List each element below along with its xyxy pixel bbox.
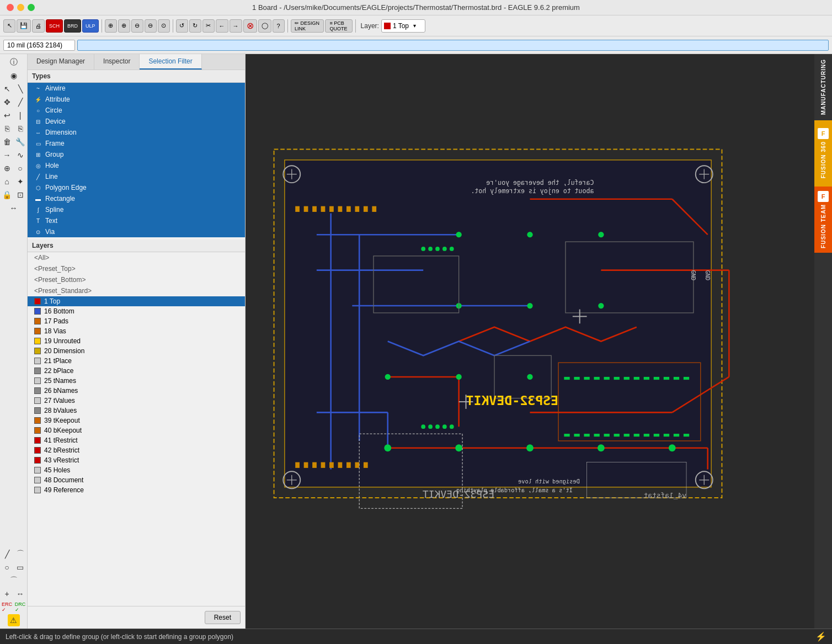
type-item-via[interactable]: ⊙Via	[28, 226, 245, 237]
wave-btn[interactable]: ∿	[14, 149, 26, 161]
star-btn[interactable]: ✦	[14, 175, 26, 188]
curve-btn[interactable]: ⌒	[14, 548, 26, 560]
fwd-btn[interactable]: →	[230, 19, 242, 33]
preset-item[interactable]: <Preset_Bottom>	[28, 274, 245, 285]
zoom-in2-btn[interactable]: ⊕	[118, 19, 130, 33]
drill-btn[interactable]: ○	[14, 162, 26, 174]
circle-btn[interactable]: ○	[1, 561, 13, 573]
poly-btn[interactable]: ⌂	[1, 175, 13, 188]
layer-item[interactable]: 40 bKeepout	[28, 425, 245, 435]
layers-btn[interactable]: ◉	[8, 70, 20, 82]
type-item-attribute[interactable]: ⚡Attribute	[28, 94, 245, 105]
brd-btn[interactable]: BRD	[64, 19, 81, 33]
print-btn[interactable]: 🖨	[32, 19, 45, 33]
layer-item[interactable]: 49 Reference	[28, 485, 245, 495]
layer-item[interactable]: 19 Unrouted	[28, 336, 245, 346]
select-tool-btn[interactable]: ↖	[3, 19, 15, 33]
arrow-btn[interactable]: →	[1, 149, 13, 161]
undo-left-btn[interactable]: ↩	[1, 109, 13, 121]
layer-item[interactable]: 16 Bottom	[28, 306, 245, 316]
lock2-btn[interactable]: ⊡	[14, 189, 26, 201]
preset-item[interactable]: <All>	[28, 252, 245, 263]
tab-selection-filter[interactable]: Selection Filter	[140, 54, 201, 70]
redo-btn[interactable]: ↻	[189, 19, 201, 33]
info-btn[interactable]: ⓘ	[8, 56, 20, 68]
layer-item[interactable]: 26 bNames	[28, 386, 245, 396]
copy-btn[interactable]: ⎘	[1, 123, 13, 135]
type-item-rectangle[interactable]: ▬Rectangle	[28, 193, 245, 204]
layer-item[interactable]: 21 tPlace	[28, 356, 245, 366]
type-item-circle[interactable]: ○Circle	[28, 105, 245, 116]
selector-btn[interactable]: ╲	[14, 83, 26, 95]
sch-btn[interactable]: SCH	[46, 19, 63, 33]
lock-btn[interactable]: 🔒	[1, 189, 13, 201]
move-btn[interactable]: ✥	[1, 96, 13, 108]
erc-btn[interactable]: ERC✓	[1, 601, 13, 613]
diagonal-btn[interactable]: ╱	[1, 548, 13, 560]
pcb-canvas-area[interactable]: ESP32-DEVKIT v4_1afstat Careful, the bev…	[246, 54, 814, 629]
type-item-hole[interactable]: ◎Hole	[28, 160, 245, 171]
layer-item[interactable]: 18 Vias	[28, 326, 245, 336]
layer-item[interactable]: 17 Pads	[28, 316, 245, 326]
design-link-btn[interactable]: ✏ DESIGNLINK	[291, 19, 324, 33]
zoom-out-btn[interactable]: ⊖	[131, 19, 143, 33]
layer-item[interactable]: 27 tValues	[28, 396, 245, 406]
type-item-airwire[interactable]: ~Airwire	[28, 83, 245, 94]
type-item-dimension[interactable]: ↔Dimension	[28, 127, 245, 138]
layer-item[interactable]: 41 tRestrict	[28, 435, 245, 445]
layer-item[interactable]: 22 bPlace	[28, 366, 245, 376]
manufacturing-panel[interactable]: MANUFACTURING	[814, 54, 832, 120]
rect-btn[interactable]: ▭	[14, 561, 26, 573]
fusion360-panel[interactable]: F FUSION 360	[814, 120, 832, 187]
layer-item[interactable]: 25 tNames	[28, 376, 245, 386]
zoom-in-btn[interactable]: ⊕	[105, 19, 117, 33]
reset-button[interactable]: Reset	[205, 611, 241, 624]
layer-item[interactable]: 43 vRestrict	[28, 455, 245, 465]
type-item-line[interactable]: ╱Line	[28, 171, 245, 182]
wrench-btn[interactable]: 🔧	[14, 136, 26, 148]
arrows-btn[interactable]: ↔	[8, 202, 20, 214]
type-item-text[interactable]: TText	[28, 215, 245, 226]
layer-item[interactable]: 39 tKeepout	[28, 416, 245, 425]
zoom-fit-btn[interactable]: ⊙	[158, 19, 170, 33]
type-item-device[interactable]: ⊟Device	[28, 116, 245, 127]
undo-btn[interactable]: ↺	[176, 19, 188, 33]
type-item-spline[interactable]: ∫Spline	[28, 204, 245, 215]
select-btn[interactable]: ↖	[1, 83, 13, 95]
layer-item[interactable]: 48 Document	[28, 475, 245, 485]
preset-item[interactable]: <Preset_Top>	[28, 263, 245, 274]
type-item-frame[interactable]: ▭Frame	[28, 138, 245, 149]
command-input[interactable]	[77, 40, 829, 51]
fusion-team-panel[interactable]: F FUSION TEAM	[814, 187, 832, 253]
ulp-btn[interactable]: ULP	[82, 19, 99, 33]
layer-item[interactable]: 28 bValues	[28, 406, 245, 416]
arrows2-btn[interactable]: ↔	[14, 588, 26, 600]
preset-item[interactable]: <Preset_Standard>	[28, 285, 245, 296]
copy2-btn[interactable]: ⎘	[14, 123, 26, 135]
minimize-button[interactable]	[17, 4, 24, 11]
pcb-quote-btn[interactable]: ≡ PCBQUOTE	[325, 19, 353, 33]
layer-item[interactable]: 20 Dimension	[28, 346, 245, 356]
help-btn[interactable]: ?	[273, 19, 285, 33]
zoom-out2-btn[interactable]: ⊖	[145, 19, 157, 33]
record-btn[interactable]: ◯	[258, 19, 271, 33]
layer-dropdown[interactable]: 1 Top ▾	[381, 19, 425, 33]
tab-inspector[interactable]: Inspector	[94, 54, 140, 70]
plus-btn[interactable]: +	[1, 588, 13, 600]
target-btn[interactable]: ⊕	[1, 162, 13, 174]
layer-item[interactable]: 42 bRestrict	[28, 445, 245, 455]
drc-btn[interactable]: DRC✓	[14, 601, 26, 613]
bar-btn[interactable]: |	[14, 109, 26, 121]
layer-item[interactable]: 1 Top	[28, 296, 245, 306]
back-btn[interactable]: ←	[216, 19, 228, 33]
type-item-group[interactable]: ⊞Group	[28, 149, 245, 160]
stop-btn[interactable]: ⊗	[243, 19, 257, 33]
close-button[interactable]	[7, 4, 14, 11]
arc-btn[interactable]: ⌒	[8, 574, 20, 587]
type-item-polygon-edge[interactable]: ⬡Polygon Edge	[28, 182, 245, 193]
tab-design-manager[interactable]: Design Manager	[28, 54, 94, 70]
warning-btn[interactable]: ⚠	[8, 614, 20, 626]
trash-btn[interactable]: 🗑	[1, 136, 13, 148]
layer-item[interactable]: 45 Holes	[28, 465, 245, 475]
maximize-button[interactable]	[28, 4, 35, 11]
